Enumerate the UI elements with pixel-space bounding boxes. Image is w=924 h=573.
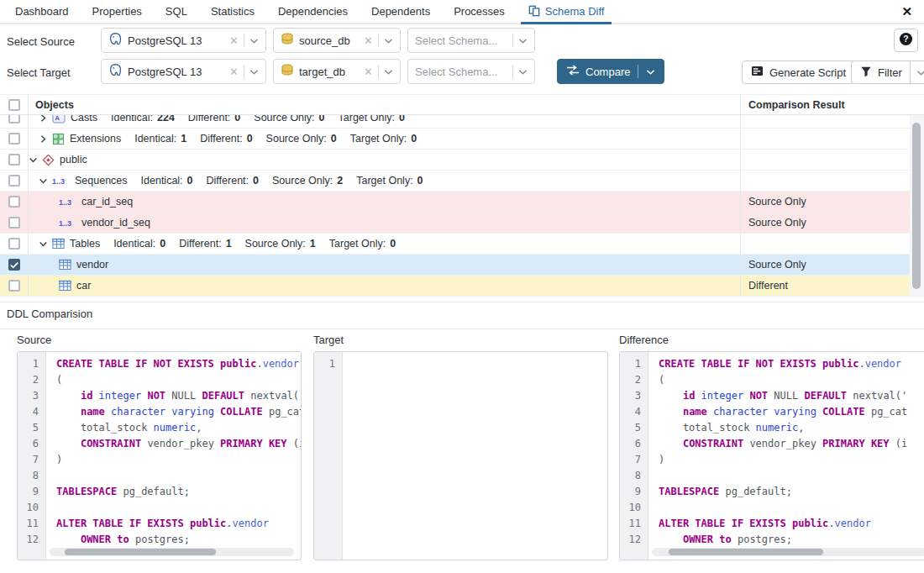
tab-schema-diff[interactable]: Schema Diff xyxy=(521,0,612,24)
comparison-result-cell xyxy=(740,234,910,254)
row-checkbox[interactable] xyxy=(8,217,20,229)
line-numbers: 123456789101112 xyxy=(18,352,46,560)
source-database-select[interactable]: source_db ✕ xyxy=(273,28,401,53)
source-only-count-value: 2 xyxy=(337,175,343,187)
target-database-value: target_db xyxy=(299,66,359,78)
horizontal-scrollbar-thumb[interactable] xyxy=(669,549,823,555)
tab-dashboard[interactable]: Dashboard xyxy=(8,0,76,23)
tree-row-car[interactable]: carDifferent xyxy=(0,276,910,297)
source-only-count-value: 0 xyxy=(331,133,337,145)
row-checkbox[interactable] xyxy=(8,259,20,271)
filter-button[interactable]: Filter xyxy=(851,60,924,84)
identical-count-value: 224 xyxy=(157,115,175,124)
tree-row-public[interactable]: public xyxy=(0,150,910,171)
chevron-down-icon[interactable] xyxy=(39,176,52,186)
svg-text:1..3: 1..3 xyxy=(59,219,71,228)
object-label: Casts xyxy=(71,115,97,124)
line-numbers: 123456789101112 xyxy=(620,352,648,560)
clear-icon[interactable]: ✕ xyxy=(364,34,373,47)
row-checkbox[interactable] xyxy=(8,196,20,208)
tab-dependencies[interactable]: Dependencies xyxy=(270,0,355,23)
chevron-down-icon[interactable] xyxy=(39,239,52,249)
chevron-down-icon[interactable] xyxy=(29,155,42,165)
row-checkbox[interactable] xyxy=(8,238,20,250)
tab-sql[interactable]: SQL xyxy=(158,0,195,23)
difference-code-area: CREATE TABLE IF NOT EXISTS public.vendor… xyxy=(648,352,924,560)
comparison-result-cell xyxy=(740,115,910,128)
tree-row-tables[interactable]: TablesIdentical:0Different:1Source Only:… xyxy=(0,234,910,255)
object-label: vendor_id_seq xyxy=(81,217,150,229)
table-icon xyxy=(59,259,71,271)
tab-dependents[interactable]: Dependents xyxy=(364,0,438,23)
help-button[interactable]: ? xyxy=(894,29,918,52)
chevron-right-icon[interactable] xyxy=(39,115,52,123)
tree-row-casts[interactable]: ACastsIdentical:224Different:0Source Onl… xyxy=(0,115,910,129)
svg-text:1..3: 1..3 xyxy=(59,198,71,207)
horizontal-scrollbar[interactable] xyxy=(652,548,924,556)
tab-label: Properties xyxy=(92,5,142,18)
schema-diff-icon xyxy=(528,5,540,17)
tab-statistics[interactable]: Statistics xyxy=(203,0,262,23)
different-count-label: Different: xyxy=(207,175,249,187)
clear-icon[interactable]: ✕ xyxy=(229,66,239,78)
target-server-select[interactable]: PostgreSQL 13 ✕ xyxy=(101,59,266,84)
generate-script-label: Generate Script xyxy=(769,66,846,79)
tree-row-extensions[interactable]: ExtensionsIdentical:1Different:0Source O… xyxy=(0,129,910,150)
tree-row-vendor-id-seq[interactable]: 1..3vendor_id_seqSource Only xyxy=(0,213,910,234)
chevron-down-icon[interactable] xyxy=(518,66,528,78)
close-icon[interactable]: ✕ xyxy=(901,4,912,19)
source-ddl-editor[interactable]: 123456789101112 CREATE TABLE IF NOT EXIS… xyxy=(17,351,302,560)
row-checkbox[interactable] xyxy=(8,280,20,292)
table-icon xyxy=(52,238,65,250)
horizontal-scrollbar[interactable] xyxy=(50,548,294,556)
chevron-down-icon[interactable] xyxy=(249,66,259,78)
identical-count-value: 0 xyxy=(160,238,165,250)
filter-dropdown-button[interactable] xyxy=(910,61,924,83)
object-label: Sequences xyxy=(75,175,128,187)
chevron-down-icon[interactable] xyxy=(646,66,655,78)
chevron-down-icon[interactable] xyxy=(384,34,393,47)
identical-count-label: Identical: xyxy=(113,238,155,250)
comparison-result-cell xyxy=(740,129,910,149)
clear-icon[interactable]: ✕ xyxy=(229,34,239,47)
source-schema-select[interactable]: Select Schema... xyxy=(407,28,535,53)
comparison-result-cell: Source Only xyxy=(740,192,910,212)
row-checkbox[interactable] xyxy=(8,115,20,124)
generate-script-button[interactable]: Generate Script xyxy=(742,60,855,84)
different-count-label: Different: xyxy=(179,238,222,250)
chevron-down-icon[interactable] xyxy=(518,34,528,47)
section-divider xyxy=(0,329,924,329)
target-schema-placeholder: Select Schema... xyxy=(415,66,507,78)
chevron-down-icon[interactable] xyxy=(249,34,259,47)
clear-icon[interactable]: ✕ xyxy=(364,66,373,78)
database-icon xyxy=(281,64,294,79)
target-only-count-value: 0 xyxy=(417,175,423,187)
tree-row-car-id-seq[interactable]: 1..3car_id_seqSource Only xyxy=(0,192,910,213)
chevron-down-icon[interactable] xyxy=(384,66,393,78)
row-checkbox[interactable] xyxy=(8,133,20,145)
table-scrollbar-thumb[interactable] xyxy=(912,123,921,289)
script-icon xyxy=(751,66,764,79)
tab-properties[interactable]: Properties xyxy=(85,0,150,23)
chevron-right-icon[interactable] xyxy=(39,134,52,144)
tab-processes[interactable]: Processes xyxy=(446,0,512,23)
source-server-select[interactable]: PostgreSQL 13 ✕ xyxy=(101,28,266,53)
difference-ddl-editor[interactable]: 123456789101112 CREATE TABLE IF NOT EXIS… xyxy=(619,351,924,560)
horizontal-scrollbar-thumb[interactable] xyxy=(65,549,216,555)
tree-row-sequences[interactable]: 1..3SequencesIdentical:0Different:0Sourc… xyxy=(0,171,910,192)
target-schema-select[interactable]: Select Schema... xyxy=(407,59,535,84)
target-only-count-label: Target Only: xyxy=(350,133,407,145)
tree-row-vendor[interactable]: vendorSource Only xyxy=(0,255,910,276)
source-code-area: CREATE TABLE IF NOT EXISTS public.vendor… xyxy=(46,352,301,560)
table-scrollbar[interactable] xyxy=(910,115,924,297)
target-ddl-editor[interactable]: 1 xyxy=(313,351,608,560)
target-database-select[interactable]: target_db ✕ xyxy=(273,59,401,84)
select-all-checkbox[interactable] xyxy=(8,99,20,111)
source-only-count-label: Source Only: xyxy=(272,175,333,187)
row-checkbox[interactable] xyxy=(8,175,20,187)
help-icon: ? xyxy=(899,32,913,49)
tab-label: Processes xyxy=(454,5,505,18)
compare-button[interactable]: Compare xyxy=(557,59,664,84)
row-checkbox[interactable] xyxy=(8,154,20,166)
tab-label: Dependencies xyxy=(278,5,348,18)
